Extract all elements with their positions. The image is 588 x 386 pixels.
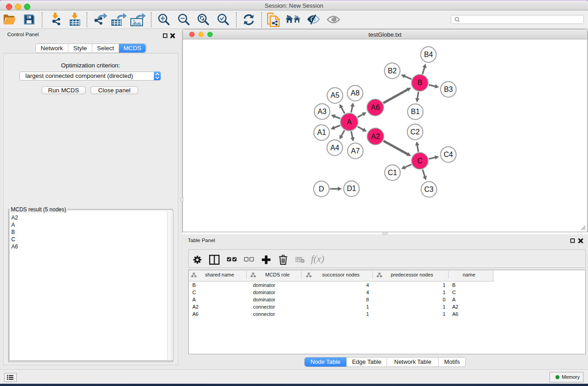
svg-text:A3: A3 xyxy=(318,108,327,115)
svg-text:B3: B3 xyxy=(444,86,453,93)
svg-text:A: A xyxy=(347,118,352,126)
svg-text:A8: A8 xyxy=(351,89,360,97)
svg-text:B: B xyxy=(417,79,422,86)
svg-text:A5: A5 xyxy=(330,91,339,99)
svg-text:C2: C2 xyxy=(411,128,420,136)
svg-text:A6: A6 xyxy=(371,104,380,111)
svg-text:D: D xyxy=(319,185,324,193)
svg-text:A4: A4 xyxy=(330,144,339,152)
svg-text:C4: C4 xyxy=(444,151,453,158)
svg-text:C: C xyxy=(417,157,423,165)
svg-text:B4: B4 xyxy=(424,51,433,58)
svg-text:C3: C3 xyxy=(424,186,434,193)
svg-text:D1: D1 xyxy=(347,185,356,192)
svg-text:A1: A1 xyxy=(317,129,326,136)
svg-text:A2: A2 xyxy=(371,133,380,140)
svg-text:A7: A7 xyxy=(351,147,360,155)
svg-text:C1: C1 xyxy=(388,169,397,176)
svg-text:B2: B2 xyxy=(388,67,397,75)
svg-text:B1: B1 xyxy=(411,108,420,115)
